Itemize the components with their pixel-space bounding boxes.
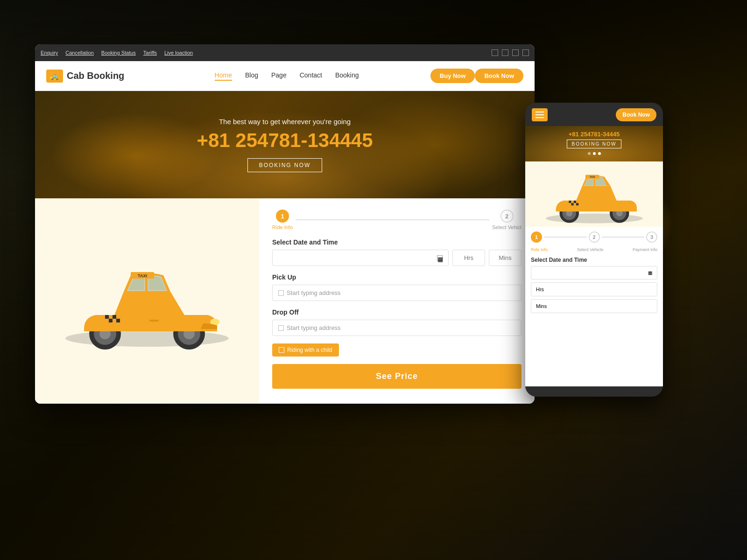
nav-page[interactable]: Page — [271, 71, 287, 81]
nav-live-location[interactable]: Live loaction — [164, 50, 193, 56]
browser-control-4[interactable] — [522, 49, 529, 56]
svg-rect-8 — [109, 315, 113, 319]
nav-booking-status[interactable]: Booking Status — [101, 50, 136, 56]
nav-cancellation[interactable]: Cancellation — [65, 50, 94, 56]
mobile-calendar-icon: ▦ — [648, 270, 652, 275]
step-line — [296, 219, 489, 220]
mobile-step-1-label: Ride Info — [531, 247, 548, 252]
see-price-button[interactable]: See Price — [272, 364, 521, 389]
step-2-label: Select Vehicl — [492, 224, 521, 230]
nav-booking[interactable]: Booking — [335, 71, 359, 81]
svg-rect-7 — [105, 315, 109, 319]
taxi-image-panel: TAXI — [35, 198, 259, 404]
pickup-icon — [278, 290, 284, 296]
mobile-hrs-input[interactable]: Hrs — [531, 282, 657, 296]
hero-subtitle: The best way to get wherever you're goin… — [219, 118, 351, 126]
mobile-dots — [532, 152, 656, 155]
mobile-mins-label: Mins — [536, 303, 547, 309]
date-time-group: Select Date and Time ▦ — [272, 238, 521, 266]
browser-topbar: Enquiry Cancellation Booking Status Tari… — [35, 44, 535, 61]
svg-rect-26 — [569, 201, 571, 203]
site-logo: 🚕 Cab Booking — [46, 70, 124, 83]
mobile-date-label: Select Date and Time — [531, 257, 657, 263]
step-1-circle: 1 — [276, 210, 289, 223]
taxi-car-image: TAXI — [58, 250, 236, 352]
date-time-row: ▦ — [272, 250, 521, 266]
mobile-form-content: 1 2 3 Ride Info Select Vehicle Payment I… — [525, 227, 663, 386]
mobile-step-3-circle: 3 — [646, 231, 657, 243]
mobile-step-2-label: Select Vehicle — [577, 247, 604, 252]
step-2-circle: 2 — [500, 210, 514, 223]
mobile-step-line-1 — [544, 237, 587, 238]
mobile-step-2-circle: 2 — [589, 231, 600, 243]
nav-home[interactable]: Home — [215, 71, 232, 81]
svg-text:TAXI: TAXI — [589, 175, 595, 178]
form-panel: 1 Ride Info 2 Select Vehicl Select Date … — [259, 198, 535, 404]
dot-2[interactable] — [593, 152, 596, 155]
dropoff-group: Drop Off Start typing address — [272, 308, 521, 336]
mobile-step-indicator: 1 2 3 — [531, 231, 657, 243]
mobile-book-now-button[interactable]: Book Now — [616, 108, 656, 121]
step-indicator: 1 Ride Info 2 Select Vehicl — [272, 210, 521, 230]
mobile-hrs-label: Hrs — [536, 287, 544, 292]
hrs-input[interactable] — [452, 250, 485, 266]
svg-rect-31 — [571, 203, 573, 205]
hamburger-button[interactable] — [532, 108, 548, 121]
site-nav: Home Blog Page Contact Booking — [152, 71, 421, 81]
date-time-label: Select Date and Time — [272, 238, 521, 246]
hamburger-line-1 — [536, 112, 544, 112]
mobile-hero-phone: +81 254781-34445 — [532, 131, 656, 138]
mobile-header: Book Now — [525, 103, 663, 126]
nav-blog[interactable]: Blog — [245, 71, 258, 81]
dropoff-placeholder: Start typing address — [287, 324, 341, 331]
dropoff-label: Drop Off — [272, 308, 521, 316]
svg-rect-11 — [105, 319, 109, 322]
hamburger-line-3 — [536, 117, 544, 118]
browser-control-3[interactable] — [512, 49, 519, 56]
date-input[interactable]: ▦ — [272, 250, 449, 266]
pickup-input[interactable]: Start typing address — [272, 285, 521, 301]
nav-tariffs[interactable]: Tariffs — [143, 50, 157, 56]
dot-3[interactable] — [598, 152, 601, 155]
pickup-placeholder: Start typing address — [287, 289, 341, 296]
mins-input[interactable] — [489, 250, 521, 266]
child-checkbox[interactable]: Riding with a child — [272, 343, 339, 357]
nav-enquiry[interactable]: Enquiry — [41, 50, 58, 56]
step-2-group: 2 Select Vehicl — [492, 210, 521, 230]
nav-contact[interactable]: Contact — [300, 71, 322, 81]
mobile-taxi-image: TAXI — [538, 164, 650, 224]
pickup-group: Pick Up Start typing address — [272, 273, 521, 301]
hero-phone: +81 254781-134445 — [197, 129, 373, 152]
svg-rect-12 — [109, 319, 113, 322]
child-label: Riding with a child — [287, 347, 332, 353]
booking-section: TAXI 1 Ride Info 2 Select Vehicl — [35, 198, 535, 404]
buy-now-button[interactable]: Buy Now — [430, 69, 475, 83]
mobile-step-1-circle: 1 — [531, 231, 542, 243]
hero-section: The best way to get wherever you're goin… — [35, 91, 535, 198]
mobile-mins-input[interactable]: Mins — [531, 299, 657, 313]
mobile-browser-mockup: Book Now +81 254781-34445 BOOKING NOW — [525, 103, 663, 397]
mobile-date-input[interactable]: ▦ — [531, 266, 657, 280]
browser-control-2[interactable] — [502, 49, 508, 56]
calendar-icon: ▦ — [437, 255, 443, 261]
booking-now-button[interactable]: BOOKING NOW — [247, 158, 323, 172]
browser-nav-links: Enquiry Cancellation Booking Status Tari… — [41, 50, 488, 56]
hamburger-line-2 — [536, 114, 544, 115]
dropoff-input[interactable]: Start typing address — [272, 320, 521, 336]
dropoff-icon — [278, 325, 284, 331]
mobile-booking-link[interactable]: BOOKING NOW — [567, 140, 622, 148]
pickup-label: Pick Up — [272, 273, 521, 281]
browser-control-1[interactable] — [492, 49, 498, 56]
child-checkbox-icon — [279, 347, 284, 353]
svg-rect-9 — [113, 315, 116, 319]
svg-rect-14 — [116, 319, 120, 322]
svg-rect-29 — [576, 201, 578, 203]
book-now-header-button[interactable]: Book Now — [475, 69, 523, 83]
mobile-step-labels: Ride Info Select Vehicle Payment Info — [531, 247, 657, 252]
taxi-logo-icon: 🚕 — [46, 70, 63, 83]
svg-rect-30 — [569, 203, 571, 205]
desktop-browser-mockup: Enquiry Cancellation Booking Status Tari… — [35, 44, 535, 404]
svg-rect-18 — [149, 320, 159, 322]
svg-text:TAXI: TAXI — [138, 273, 147, 278]
mobile-hero: +81 254781-34445 BOOKING NOW — [525, 126, 663, 161]
